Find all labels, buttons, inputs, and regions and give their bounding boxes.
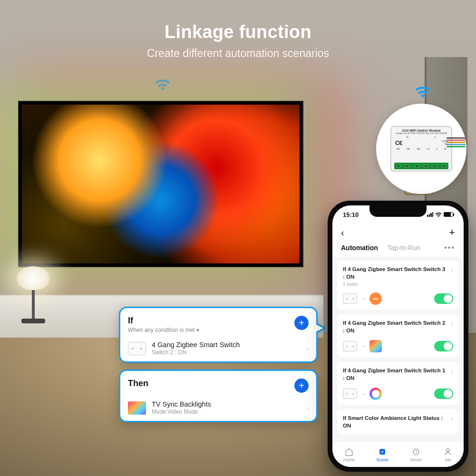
switch-module: 1CH WiFi Switch Module Voltage: AC110-24… [390, 126, 452, 172]
module-wires [447, 136, 466, 148]
enable-toggle[interactable] [434, 341, 453, 351]
automation-list[interactable]: If 4 Gang Zigbee Smart Switch Switch 3 :… [332, 257, 464, 441]
page-subtitle: Create different automation scenarios [0, 47, 476, 60]
item-title: If 4 Gang Zigbee Smart Switch Switch 3 :… [343, 266, 447, 281]
back-button[interactable]: ‹ [341, 227, 344, 238]
enable-toggle[interactable] [434, 389, 453, 399]
enable-toggle[interactable] [434, 293, 453, 304]
chevron-right-icon: › [306, 404, 309, 412]
item-title: If 4 Gang Zigbee Smart Switch Switch 1 :… [343, 367, 447, 382]
person-icon [443, 447, 453, 457]
item-subtitle: 1 tasks [343, 282, 453, 287]
module-title: 1CH WiFi Switch Module [393, 129, 449, 132]
chevron-right-icon: › [451, 321, 453, 327]
module-callout: 1CH WiFi Switch Module Voltage: AC110-24… [376, 104, 466, 194]
page-title: Linkage function [0, 22, 476, 42]
switch-device-icon [343, 341, 357, 351]
phone-mockup: 15:10 ‹ + Automation Tap-to-Run ••• If 4… [328, 201, 468, 472]
notify-icon: ••• [369, 292, 382, 305]
tab-tap-to-run[interactable]: Tap-to-Run [388, 244, 420, 252]
automation-popup: If When any condition is met + 4 Gang Zi… [119, 307, 318, 429]
more-button[interactable]: ••• [444, 243, 455, 252]
chevron-right-icon: › [451, 368, 453, 375]
bottom-nav: Home Scene Smart Me [332, 441, 464, 467]
item-flow: ↔ [343, 340, 382, 352]
switch-device-icon [343, 293, 357, 304]
nav-home[interactable]: Home [343, 447, 355, 462]
nav-me[interactable]: Me [443, 447, 453, 462]
clock: 15:10 [343, 211, 359, 218]
ce-mark: C€ [395, 139, 402, 146]
then-card: Then + TV Sync Backlights Mode:Video Mod… [119, 369, 318, 422]
link-arrow-icon: ↔ [361, 391, 366, 397]
tab-bar: Automation Tap-to-Run ••• [332, 243, 464, 257]
marketing-header: Linkage function Create different automa… [0, 22, 476, 60]
condition-device: 4 Gang Zigbee Smart Switch [152, 341, 301, 349]
add-action-button[interactable]: + [294, 379, 309, 393]
condition-state: Switch 2 : ON [152, 349, 301, 356]
color-ring-icon [369, 388, 382, 400]
condition-row[interactable]: 4 Gang Zigbee Smart Switch Switch 2 : ON… [128, 341, 309, 356]
app-topbar: ‹ + [332, 223, 464, 243]
then-heading: Then [128, 379, 148, 389]
item-title: If 4 Gang Zigbee Smart Switch Switch 2 :… [343, 320, 447, 334]
phone-notch [369, 205, 427, 217]
automation-item[interactable]: If 4 Gang Zigbee Smart Switch Switch 1 :… [337, 362, 459, 405]
table-lamp [19, 266, 48, 342]
link-arrow-icon: ↔ [361, 296, 366, 301]
wifi-icon [155, 78, 171, 91]
nav-scene[interactable]: Scene [376, 447, 389, 462]
if-heading: If [128, 316, 199, 326]
scene-icon [378, 447, 387, 457]
tab-automation[interactable]: Automation [341, 244, 378, 252]
switch-device-icon [343, 389, 357, 399]
chevron-right-icon: › [306, 345, 309, 352]
action-state: Mode:Video Mode [152, 408, 301, 415]
add-automation-button[interactable]: + [449, 226, 455, 239]
nav-smart[interactable]: Smart [410, 447, 422, 462]
callout-tail [316, 322, 327, 334]
tv [18, 101, 303, 267]
wifi-icon [415, 86, 431, 98]
action-row[interactable]: TV Sync Backlights Mode:Video Mode › [128, 400, 309, 415]
rgb-light-icon [369, 340, 382, 352]
item-flow: ↔ [343, 388, 382, 400]
action-device: TV Sync Backlights [152, 400, 301, 408]
terminal-block [394, 163, 448, 169]
item-flow: ↔ ••• [343, 292, 382, 305]
item-title: If Smart Color Ambiance Light Status : O… [343, 415, 447, 429]
tv-screen [22, 105, 300, 263]
home-icon [344, 447, 354, 457]
svg-point-2 [447, 449, 449, 452]
automation-item[interactable]: If Smart Color Ambiance Light Status : O… [337, 409, 459, 434]
tv-backlight-icon [128, 401, 146, 415]
chevron-right-icon: › [451, 416, 453, 422]
add-condition-button[interactable]: + [294, 316, 309, 330]
if-subtitle[interactable]: When any condition is met [128, 327, 199, 333]
chevron-right-icon: › [451, 267, 453, 273]
if-card: If When any condition is met + 4 Gang Zi… [119, 307, 318, 363]
link-arrow-icon: ↔ [361, 343, 366, 349]
battery-icon [444, 212, 453, 217]
automation-item[interactable]: If 4 Gang Zigbee Smart Switch Switch 2 :… [337, 314, 459, 357]
module-spec: Voltage: AC110-240V 50-60Hz Max load LED… [393, 132, 449, 135]
automation-item[interactable]: If 4 Gang Zigbee Smart Switch Switch 3 :… [337, 261, 459, 310]
switch-device-icon [128, 342, 146, 355]
wifi-status-icon [435, 212, 442, 217]
smart-icon [411, 447, 421, 457]
signal-icon [427, 212, 433, 217]
